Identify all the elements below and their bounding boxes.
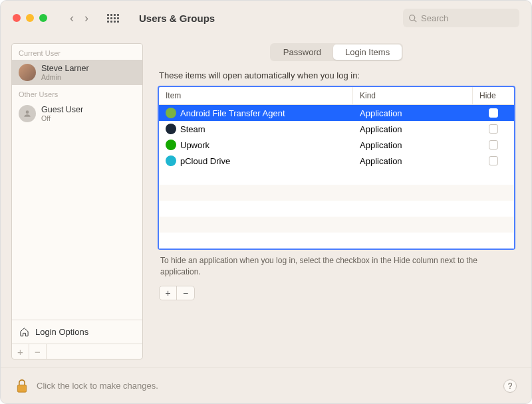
- table-header: Item Kind Hide: [159, 87, 514, 105]
- help-button[interactable]: ?: [503, 379, 517, 393]
- titlebar: ‹ › Users & Groups Search: [1, 1, 531, 35]
- show-all-icon[interactable]: [107, 14, 119, 23]
- col-hide[interactable]: Hide: [473, 87, 514, 104]
- login-options-label: Login Options: [35, 327, 88, 337]
- footer: Click the lock to make changes. ?: [1, 367, 531, 403]
- item-name: Steam: [180, 124, 205, 134]
- search-icon: [408, 14, 417, 23]
- item-kind: Application: [353, 108, 473, 118]
- avatar: [19, 105, 36, 122]
- users-sidebar: Current User Steve Larner Admin Other Us…: [11, 43, 143, 359]
- table-row[interactable]: Android File Transfer AgentApplication: [159, 105, 514, 121]
- android-icon: [166, 108, 176, 118]
- main-panel: Password Login Items These items will op…: [152, 43, 521, 359]
- tab-password[interactable]: Password: [271, 45, 333, 60]
- hide-checkbox[interactable]: [489, 140, 498, 150]
- guest-status: Off: [41, 114, 83, 122]
- search-input[interactable]: Search: [403, 9, 519, 27]
- col-kind[interactable]: Kind: [353, 87, 473, 104]
- other-users-label: Other Users: [12, 85, 142, 101]
- close-icon[interactable]: [13, 14, 21, 22]
- item-name: pCloud Drive: [180, 156, 230, 166]
- nav-buttons: ‹ ›: [70, 11, 88, 25]
- hide-checkbox[interactable]: [489, 124, 498, 134]
- window-title: Users & Groups: [139, 13, 215, 24]
- sidebar-item-guest[interactable]: Guest User Off: [12, 101, 142, 126]
- window-controls: [13, 14, 47, 22]
- item-name: Android File Transfer Agent: [180, 108, 285, 118]
- item-add-remove: + −: [159, 286, 195, 300]
- login-items-table: Item Kind Hide Android File Transfer Age…: [158, 86, 515, 250]
- col-item[interactable]: Item: [159, 87, 353, 104]
- svg-line-1: [414, 19, 416, 21]
- item-kind: Application: [353, 124, 473, 134]
- minimize-icon[interactable]: [26, 14, 34, 22]
- user-name: Steve Larner: [41, 64, 89, 73]
- avatar: [19, 64, 36, 81]
- svg-point-0: [410, 15, 415, 20]
- item-name: Upwork: [180, 140, 209, 150]
- pcloud-icon: [166, 155, 176, 166]
- table-body: Android File Transfer AgentApplicationSt…: [159, 105, 514, 169]
- table-row[interactable]: UpworkApplication: [159, 137, 514, 153]
- remove-user-button: −: [29, 344, 47, 359]
- house-icon: [19, 327, 30, 337]
- user-role: Admin: [41, 73, 89, 81]
- steam-icon: [166, 124, 176, 134]
- add-user-button: +: [12, 344, 29, 359]
- back-button[interactable]: ‹: [70, 11, 74, 25]
- hide-checkbox[interactable]: [489, 156, 498, 165]
- user-add-remove: + −: [12, 344, 142, 359]
- content-body: Current User Steve Larner Admin Other Us…: [1, 35, 531, 367]
- current-user-label: Current User: [12, 44, 142, 60]
- table-empty-rows: [159, 169, 514, 249]
- tab-login-items[interactable]: Login Items: [333, 45, 402, 60]
- guest-name: Guest User: [41, 105, 83, 114]
- hint-text: To hide an application when you log in, …: [160, 255, 513, 278]
- upwork-icon: [166, 140, 176, 150]
- login-options-button[interactable]: Login Options: [12, 320, 142, 344]
- search-placeholder: Search: [421, 13, 448, 23]
- table-row[interactable]: pCloud DriveApplication: [159, 153, 514, 169]
- forward-button: ›: [84, 11, 88, 25]
- item-kind: Application: [353, 156, 473, 166]
- remove-item-button[interactable]: −: [177, 286, 194, 300]
- table-row[interactable]: SteamApplication: [159, 121, 514, 137]
- add-item-button[interactable]: +: [160, 286, 177, 300]
- hide-checkbox[interactable]: [489, 108, 498, 118]
- sidebar-item-current-user[interactable]: Steve Larner Admin: [12, 60, 142, 85]
- tabs: Password Login Items: [270, 43, 403, 61]
- person-icon: [23, 109, 32, 118]
- lock-text: Click the lock to make changes.: [37, 381, 158, 391]
- item-kind: Application: [353, 140, 473, 150]
- lock-icon[interactable]: [15, 378, 29, 394]
- svg-rect-3: [17, 385, 26, 392]
- zoom-icon[interactable]: [39, 14, 47, 22]
- svg-point-2: [26, 110, 29, 114]
- preferences-window: ‹ › Users & Groups Search Current User S…: [0, 0, 532, 404]
- description-text: These items will open automatically when…: [159, 70, 514, 80]
